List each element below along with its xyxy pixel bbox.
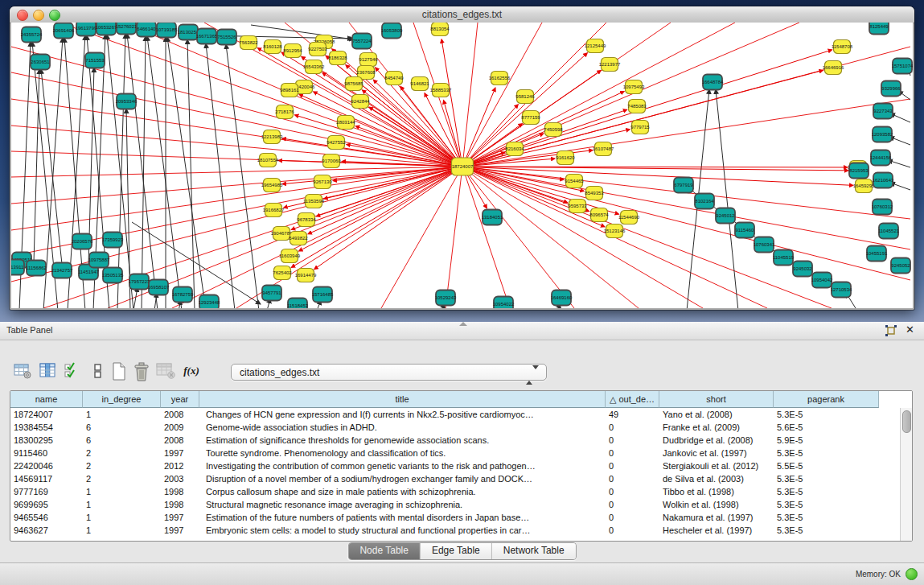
- table-panel-titlebar[interactable]: Table Panel ✕: [0, 322, 924, 340]
- graph-node[interactable]: 9161620: [556, 151, 575, 165]
- graph-node[interactable]: 13184051: [482, 210, 503, 225]
- close-panel-icon[interactable]: ✕: [906, 323, 914, 336]
- graph-node[interactable]: 9678334: [297, 213, 316, 227]
- table-row[interactable]: 977716911998Corpus callosum shape and si…: [10, 485, 912, 498]
- tab-node-table[interactable]: Node Table: [348, 543, 421, 559]
- graph-node[interactable]: 6797919: [674, 178, 693, 193]
- tab-network-table[interactable]: Network Table: [492, 543, 576, 559]
- node-table[interactable]: namein_degreeyeartitle△ out_de…shortpage…: [10, 390, 913, 542]
- graph-node[interactable]: 16648784: [702, 75, 724, 90]
- graph-node[interactable]: 18107554: [257, 154, 279, 167]
- graph-node[interactable]: 7557224: [352, 34, 372, 49]
- graph-node[interactable]: 8125449: [869, 23, 889, 35]
- select-columns-icon[interactable]: [63, 362, 82, 383]
- graph-node[interactable]: 10653267: [96, 23, 117, 35]
- graph-node[interactable]: 7450598: [544, 123, 563, 137]
- graph-node[interactable]: 11548708: [832, 40, 853, 54]
- graph-node[interactable]: 11544690: [618, 211, 640, 225]
- table-row[interactable]: 2242004622012Investigating the contribut…: [10, 459, 912, 472]
- graph-node[interactable]: 15123146: [604, 225, 626, 238]
- graph-node[interactable]: 10455191: [866, 246, 888, 262]
- graph-node[interactable]: 11518453: [287, 299, 309, 309]
- column-header-title[interactable]: title: [199, 391, 606, 408]
- graph-node[interactable]: 8777159: [521, 111, 540, 125]
- graph-node[interactable]: 15716485: [312, 287, 334, 303]
- graph-node[interactable]: 16469160: [551, 290, 573, 306]
- graph-node[interactable]: 17359923: [102, 233, 124, 248]
- float-panel-icon[interactable]: [885, 325, 897, 336]
- table-row[interactable]: 946362711997Embryonic stem cells: a mode…: [10, 524, 912, 537]
- graph-node[interactable]: 19654985: [261, 179, 283, 192]
- delete-table-icon[interactable]: [156, 362, 175, 383]
- graph-node[interactable]: 11156862: [26, 261, 47, 276]
- graph-node[interactable]: 5493822: [289, 232, 308, 245]
- graph-node[interactable]: 8216034: [505, 142, 524, 156]
- graph-node[interactable]: 9242844: [351, 95, 370, 109]
- graph-node[interactable]: 12444156: [870, 150, 892, 166]
- graph-node[interactable]: 7151553: [85, 53, 105, 68]
- graph-node[interactable]: 16053809: [381, 23, 403, 39]
- graph-node[interactable]: 9127546: [359, 53, 378, 67]
- column-header-pagerank[interactable]: pagerank: [774, 391, 879, 408]
- graph-node[interactable]: 10529243: [435, 290, 457, 306]
- delete-column-icon[interactable]: [132, 362, 151, 383]
- graph-node[interactable]: 2630651: [31, 55, 50, 70]
- scrollbar-thumb[interactable]: [902, 410, 911, 433]
- graph-node[interactable]: 10975887: [88, 253, 110, 268]
- graph-node[interactable]: 19613799: [76, 23, 97, 36]
- graph-node[interactable]: 7625402: [273, 266, 292, 280]
- table-settings-icon[interactable]: [13, 362, 32, 383]
- network-canvas[interactable]: 1872400775638228160128891295428226058922…: [11, 23, 913, 308]
- table-row[interactable]: 1456911722003Disruption of a novel membe…: [10, 472, 912, 485]
- column-header-in_degree[interactable]: in_degree: [83, 391, 161, 408]
- graph-node[interactable]: 9115460: [735, 223, 754, 238]
- graph-node[interactable]: 9875685: [344, 77, 363, 91]
- graph-node[interactable]: 20953346: [116, 94, 138, 109]
- graph-node[interactable]: 8160128: [263, 40, 282, 54]
- graph-node[interactable]: 11603949: [279, 249, 301, 263]
- graph-node[interactable]: 9154465: [565, 175, 584, 188]
- graph-node[interactable]: 8102164: [695, 194, 714, 209]
- network-table-dropdown[interactable]: citations_edges.txt: [231, 364, 547, 381]
- graph-node[interactable]: 16958107: [148, 280, 170, 295]
- graph-node[interactable]: 10719185: [156, 23, 178, 38]
- graph-node[interactable]: 16782759: [172, 287, 194, 303]
- graph-node[interactable]: 10954042: [811, 273, 833, 288]
- column-header-short[interactable]: short: [659, 391, 774, 408]
- new-column-icon[interactable]: [109, 362, 129, 383]
- graph-node[interactable]: 8912954: [283, 44, 302, 58]
- graph-node[interactable]: 8549353: [585, 187, 604, 200]
- graph-node[interactable]: 20691406: [53, 23, 75, 39]
- graph-node[interactable]: 12710534: [831, 282, 852, 298]
- graph-node[interactable]: 12213983: [261, 130, 283, 144]
- graph-node[interactable]: 8096574: [589, 208, 609, 222]
- graph-node[interactable]: 11353594: [303, 195, 325, 208]
- graph-node[interactable]: 10975493: [623, 80, 645, 94]
- graph-node[interactable]: 10760341: [754, 237, 775, 253]
- graph-node[interactable]: 9427552: [326, 136, 346, 150]
- graph-node[interactable]: 20206576: [72, 234, 93, 249]
- graph-node[interactable]: 24355724: [21, 27, 43, 43]
- network-window-titlebar[interactable]: citations_edges.txt: [10, 6, 914, 23]
- graph-node[interactable]: 16914479: [295, 269, 317, 282]
- graph-node[interactable]: 16543362: [303, 60, 325, 74]
- table-row[interactable]: 969969511998Structural magnetic resonanc…: [10, 498, 912, 511]
- graph-node[interactable]: 19166827: [263, 204, 285, 217]
- graph-node[interactable]: 9245032: [793, 262, 812, 277]
- graph-node[interactable]: 9581246: [515, 90, 535, 104]
- function-builder-icon[interactable]: f(x): [182, 362, 201, 383]
- graph-node[interactable]: 10954022: [493, 297, 515, 309]
- graph-node[interactable]: 7485083: [627, 100, 647, 113]
- graph-node[interactable]: 12093582: [872, 127, 893, 142]
- graph-node[interactable]: 11045519: [773, 250, 795, 266]
- graph-node[interactable]: 9227343: [873, 104, 893, 119]
- table-row[interactable]: 1830029562008Estimation of significance …: [10, 434, 912, 447]
- graph-node[interactable]: 6466140: [137, 23, 156, 37]
- graph-node[interactable]: 13505135: [102, 268, 124, 283]
- column-header-out_de[interactable]: △ out_de…: [606, 391, 659, 408]
- compact-rows-icon[interactable]: [88, 362, 108, 383]
- graph-node[interactable]: 9245012: [716, 208, 735, 224]
- graph-node[interactable]: 8215953: [849, 163, 869, 179]
- graph-node[interactable]: 2718176: [275, 105, 294, 119]
- graph-node[interactable]: 15885337: [430, 84, 452, 97]
